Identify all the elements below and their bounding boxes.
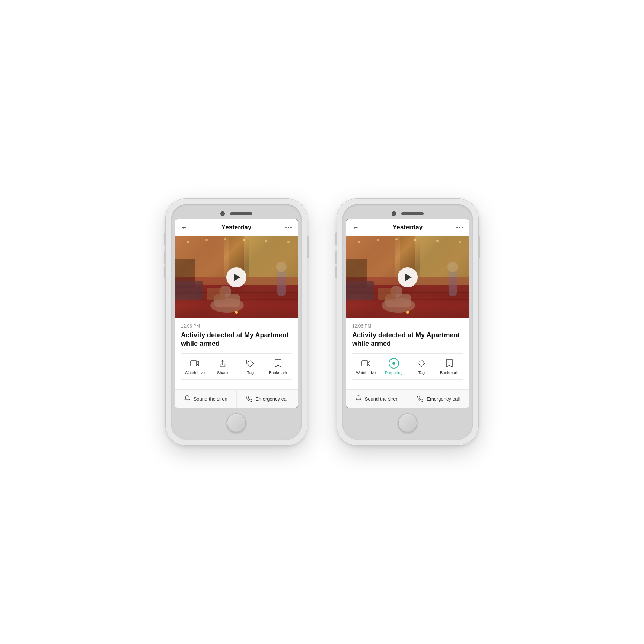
bottom-bar: Sound the siren Emergency call xyxy=(175,389,298,408)
watch-live-label: Watch Live xyxy=(185,370,205,375)
phone-2-screen: ← Yesterday xyxy=(346,219,469,408)
video-area-2[interactable] xyxy=(346,236,469,318)
svg-point-41 xyxy=(414,239,416,241)
home-button[interactable] xyxy=(227,413,246,433)
phone-1-top-bar xyxy=(175,208,298,219)
svg-point-19 xyxy=(265,240,267,242)
tag-label: Tag xyxy=(247,370,254,375)
svg-point-12 xyxy=(276,262,287,272)
timestamp-2: 12:06 PM xyxy=(352,323,463,329)
watch-live-label-2: Watch Live xyxy=(356,370,376,375)
video-icon xyxy=(189,358,200,369)
phone-1: ← Yesterday xyxy=(166,199,307,446)
svg-rect-14 xyxy=(207,288,225,300)
play-triangle-icon xyxy=(234,274,240,281)
dot-3 xyxy=(290,227,292,228)
svg-point-42 xyxy=(436,240,439,242)
emergency-call-label: Emergency call xyxy=(255,396,288,402)
action-row-2: Watch Live Preparing xyxy=(352,358,463,379)
phone-1-inner: ← Yesterday xyxy=(171,204,302,440)
bookmark-button-2[interactable]: Bookmark xyxy=(438,358,460,375)
play-button-2[interactable] xyxy=(398,267,418,287)
bookmark-button[interactable]: Bookmark xyxy=(267,358,289,375)
more-menu-button-2[interactable] xyxy=(456,227,463,228)
sound-siren-label: Sound the siren xyxy=(194,396,227,402)
alert-title-2: Activity detected at My Apartment while … xyxy=(352,331,463,348)
svg-point-16 xyxy=(205,239,208,241)
bell-icon xyxy=(184,395,191,402)
screen-title-2: Yesterday xyxy=(393,224,423,231)
video-progress-dot xyxy=(235,311,238,314)
speaker-icon xyxy=(230,212,252,215)
share-icon xyxy=(217,358,228,369)
dot-1 xyxy=(285,227,287,228)
bookmark-icon xyxy=(273,358,283,369)
svg-point-38 xyxy=(358,241,360,243)
video-icon-2 xyxy=(361,358,371,369)
content-area-2: 12:06 PM Activity detected at My Apartme… xyxy=(346,318,469,390)
watch-live-button-2[interactable]: Watch Live xyxy=(355,358,377,375)
screen-header: ← Yesterday xyxy=(175,219,298,236)
svg-rect-44 xyxy=(362,361,368,366)
divider-4 xyxy=(352,379,463,380)
svg-point-43 xyxy=(459,241,461,243)
back-button[interactable]: ← xyxy=(181,224,188,232)
phone-icon-2 xyxy=(417,395,424,402)
phone-icon xyxy=(246,395,252,402)
preparing-label: Preparing xyxy=(385,370,403,375)
svg-point-15 xyxy=(187,241,189,243)
bookmark-icon-2 xyxy=(444,358,455,369)
timestamp: 12:06 PM xyxy=(181,323,292,329)
video-area[interactable] xyxy=(175,236,298,318)
svg-point-18 xyxy=(243,239,245,241)
phone-2: ← Yesterday xyxy=(337,199,478,446)
sound-siren-label-2: Sound the siren xyxy=(365,396,399,402)
phone-2-bottom xyxy=(346,408,469,436)
screen-header-2: ← Yesterday xyxy=(346,219,469,236)
bookmark-label-2: Bookmark xyxy=(440,370,459,375)
watch-live-button[interactable]: Watch Live xyxy=(184,358,206,375)
svg-rect-11 xyxy=(277,270,286,296)
tag-label-2: Tag xyxy=(418,370,425,375)
preparing-button[interactable]: Preparing xyxy=(383,358,405,375)
svg-point-39 xyxy=(377,239,379,241)
back-button-2[interactable]: ← xyxy=(352,224,359,232)
share-label: Share xyxy=(217,370,228,375)
emergency-call-button[interactable]: Emergency call xyxy=(237,390,298,408)
emergency-call-button-2[interactable]: Emergency call xyxy=(408,390,469,408)
emergency-call-label-2: Emergency call xyxy=(427,396,460,402)
dot-2-2 xyxy=(459,227,460,228)
more-menu-button[interactable] xyxy=(285,227,292,228)
tag-icon xyxy=(245,358,255,369)
screen-title: Yesterday xyxy=(221,224,251,231)
play-triangle-icon-2 xyxy=(405,274,412,281)
home-button-2[interactable] xyxy=(398,413,417,433)
share-button[interactable]: Share xyxy=(211,358,234,375)
svg-rect-34 xyxy=(449,270,457,296)
dot-1-2 xyxy=(456,227,458,228)
divider-1 xyxy=(181,353,292,354)
phone-1-bottom xyxy=(175,408,298,436)
page-wrapper: ← Yesterday xyxy=(0,169,644,475)
play-button[interactable] xyxy=(226,267,246,287)
divider-3 xyxy=(352,353,463,354)
dot-3-2 xyxy=(462,227,463,228)
front-camera-icon-2 xyxy=(392,211,396,216)
svg-rect-21 xyxy=(191,361,197,366)
svg-rect-13 xyxy=(175,281,203,300)
bell-icon-2 xyxy=(355,395,362,402)
video-progress-dot-2 xyxy=(406,311,409,314)
alert-title: Activity detected at My Apartment while … xyxy=(181,331,292,348)
sound-siren-button-2[interactable]: Sound the siren xyxy=(346,390,408,408)
content-area: 12:06 PM Activity detected at My Apartme… xyxy=(175,318,298,390)
tag-button[interactable]: Tag xyxy=(239,358,261,375)
svg-rect-36 xyxy=(346,281,374,300)
bottom-bar-2: Sound the siren Emergency call xyxy=(346,389,469,408)
sound-siren-button[interactable]: Sound the siren xyxy=(175,390,237,408)
svg-point-17 xyxy=(224,238,226,240)
tag-icon-2 xyxy=(416,358,427,369)
bookmark-label: Bookmark xyxy=(269,370,287,375)
tag-button-2[interactable]: Tag xyxy=(410,358,433,375)
speaker-icon-2 xyxy=(401,212,424,215)
phone-2-top-bar xyxy=(346,208,469,219)
